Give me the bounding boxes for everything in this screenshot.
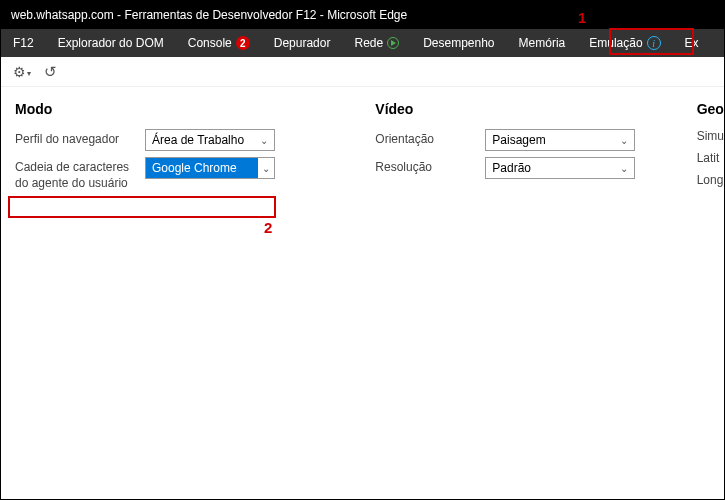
chevron-down-icon: ⌄ (260, 135, 268, 146)
reset-icon[interactable]: ↺ (44, 63, 57, 81)
network-record-icon (387, 37, 399, 49)
annotation-2-box (8, 196, 276, 218)
row-orientation: Orientação Paisagem ⌄ (375, 129, 696, 151)
tab-debugger[interactable]: Depurador (262, 29, 343, 57)
chevron-down-icon: ⌄ (620, 163, 628, 174)
chevron-down-icon: ⌄ (620, 135, 628, 146)
orientation-select[interactable]: Paisagem ⌄ (485, 129, 635, 151)
browser-profile-label: Perfil do navegador (15, 129, 145, 148)
mode-heading: Modo (15, 101, 375, 117)
video-heading: Vídeo (375, 101, 696, 117)
resolution-select[interactable]: Padrão ⌄ (485, 157, 635, 179)
geo-lat-label: Latit (697, 151, 724, 165)
info-icon: i (647, 36, 661, 50)
row-browser-profile: Perfil do navegador Área de Trabalho ⌄ (15, 129, 375, 151)
geo-heading: Geo (697, 101, 724, 117)
window-titlebar: web.whatsapp.com - Ferramentas de Desenv… (1, 1, 724, 29)
row-user-agent: Cadeia de caracteres do agente do usuári… (15, 157, 375, 191)
browser-profile-select[interactable]: Área de Trabalho ⌄ (145, 129, 275, 151)
console-error-badge: 2 (236, 36, 250, 50)
tab-emulation[interactable]: Emulação i (577, 29, 672, 57)
tab-memory[interactable]: Memória (507, 29, 578, 57)
row-resolution: Resolução Padrão ⌄ (375, 157, 696, 179)
section-mode: Modo Perfil do navegador Área de Trabalh… (15, 101, 375, 197)
emulation-panel: Modo Perfil do navegador Área de Trabalh… (1, 87, 724, 197)
tab-overflow[interactable]: Ex (673, 29, 711, 57)
section-video: Vídeo Orientação Paisagem ⌄ Resolução Pa… (375, 101, 696, 197)
geo-lon-label: Long (697, 173, 724, 187)
section-geo: Geo Simu Latit Long (697, 101, 724, 197)
tab-dom-explorer[interactable]: Explorador do DOM (46, 29, 176, 57)
browser-profile-value: Área de Trabalho (152, 133, 244, 147)
chevron-down-icon: ⌄ (258, 158, 274, 178)
user-agent-label: Cadeia de caracteres do agente do usuári… (15, 157, 145, 191)
annotation-2-number: 2 (264, 219, 272, 236)
tab-f12[interactable]: F12 (1, 29, 46, 57)
tab-performance[interactable]: Desempenho (411, 29, 506, 57)
orientation-label: Orientação (375, 129, 485, 148)
user-agent-value: Google Chrome (152, 161, 237, 175)
geo-sim-label: Simu (697, 129, 724, 143)
settings-icon[interactable]: ⚙ (13, 64, 30, 80)
resolution-label: Resolução (375, 157, 485, 176)
resolution-value: Padrão (492, 161, 531, 175)
orientation-value: Paisagem (492, 133, 545, 147)
emulation-toolbar: ⚙ ↺ (1, 57, 724, 87)
devtools-tabbar: F12 Explorador do DOM Console 2 Depurado… (1, 29, 724, 57)
user-agent-select[interactable]: Google Chrome ⌄ (145, 157, 275, 179)
tab-network[interactable]: Rede (342, 29, 411, 57)
window-title: web.whatsapp.com - Ferramentas de Desenv… (11, 8, 407, 22)
tab-console[interactable]: Console 2 (176, 29, 262, 57)
